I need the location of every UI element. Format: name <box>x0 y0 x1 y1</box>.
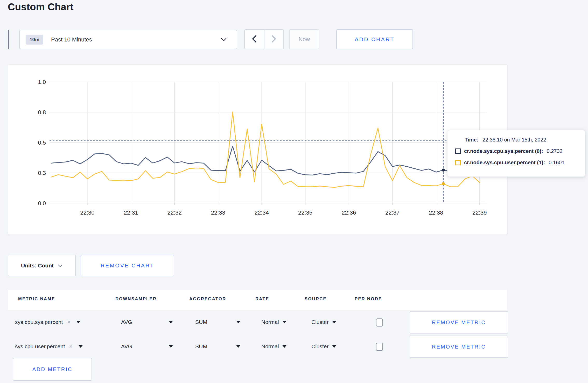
svg-text:0.3: 0.3 <box>38 170 46 176</box>
metrics-table-header: METRIC NAME DOWNSAMPLER AGGREGATOR RATE … <box>8 290 507 310</box>
series-user-swatch-icon <box>455 160 461 165</box>
timescale-dropdown[interactable]: 10m Past 10 Minutes <box>19 30 237 49</box>
svg-text:0.5: 0.5 <box>38 139 46 146</box>
chart-hover-tooltip: Time:22:38:10 on Mar 15th, 2022 cr.node.… <box>447 130 585 177</box>
chevron-left-icon <box>251 35 257 44</box>
tooltip-series-name: cr.node.sys.cpu.sys.percent (0): <box>464 148 543 154</box>
time-next-button[interactable] <box>264 30 284 49</box>
aggregator-dropdown[interactable]: SUM <box>187 334 240 359</box>
time-nav-group <box>244 29 284 49</box>
add-metric-button[interactable]: ADD METRIC <box>13 358 92 381</box>
col-header-rate: RATE <box>255 296 269 301</box>
svg-text:22:38: 22:38 <box>429 209 443 216</box>
remove-chart-button[interactable]: REMOVE CHART <box>81 255 174 276</box>
col-header-metric-name: METRIC NAME <box>18 296 55 301</box>
source-value: Cluster <box>311 319 329 325</box>
time-prev-button[interactable] <box>245 30 264 49</box>
caret-down-icon <box>332 321 336 323</box>
rate-value: Normal <box>261 343 279 350</box>
metric-name-value: sys.cpu.user.percent <box>15 343 65 350</box>
now-button[interactable]: Now <box>289 29 319 49</box>
metric-name-dropdown[interactable]: sys.cpu.user.percent × <box>15 334 83 359</box>
svg-text:22:37: 22:37 <box>385 209 400 216</box>
remove-metric-button[interactable]: REMOVE METRIC <box>410 311 508 334</box>
tooltip-series-row: cr.node.sys.cpu.user.percent (1): 0.1601 <box>455 160 577 166</box>
caret-down-icon <box>236 321 240 323</box>
rate-value: Normal <box>261 319 279 325</box>
caret-down-icon <box>236 345 240 348</box>
units-dropdown[interactable]: Units: Count <box>8 255 76 276</box>
svg-text:22:31: 22:31 <box>124 209 138 216</box>
svg-text:22:34: 22:34 <box>255 209 269 216</box>
aggregator-value: SUM <box>195 343 207 350</box>
svg-text:22:35: 22:35 <box>298 209 312 216</box>
tooltip-time-row: Time:22:38:10 on Mar 15th, 2022 <box>455 137 577 143</box>
caret-down-icon <box>76 321 80 323</box>
rate-dropdown[interactable]: Normal <box>261 310 286 334</box>
svg-text:22:33: 22:33 <box>211 209 225 216</box>
caret-down-icon <box>282 321 286 323</box>
clear-metric-icon[interactable]: × <box>67 318 71 326</box>
caret-down-icon <box>282 345 286 348</box>
source-dropdown[interactable]: Cluster <box>311 334 336 359</box>
add-chart-button[interactable]: ADD CHART <box>336 29 413 49</box>
metric-row: sys.cpu.user.percent × AVG SUM Normal Cl… <box>8 334 507 359</box>
tooltip-time-label: Time: <box>465 137 478 143</box>
chevron-right-icon <box>271 35 277 44</box>
page-title: Custom Chart <box>8 2 74 13</box>
tooltip-series-value: 0.2732 <box>547 148 563 154</box>
caret-down-icon <box>169 345 173 348</box>
svg-text:22:39: 22:39 <box>472 209 487 216</box>
per-node-checkbox[interactable] <box>376 343 383 351</box>
custom-chart-page: Custom Chart 10m Past 10 Minutes Now ADD… <box>0 0 588 383</box>
metric-name-value: sys.cpu.sys.percent <box>15 319 63 325</box>
svg-text:22:32: 22:32 <box>167 209 182 216</box>
caret-down-icon <box>79 345 83 348</box>
metric-row: sys.cpu.sys.percent × AVG SUM Normal Clu… <box>8 310 507 334</box>
rate-dropdown[interactable]: Normal <box>261 334 286 359</box>
downsampler-dropdown[interactable]: AVG <box>113 334 173 359</box>
svg-text:0.8: 0.8 <box>38 109 46 116</box>
caret-down-icon <box>169 321 173 323</box>
per-node-checkbox[interactable] <box>376 318 383 327</box>
tooltip-series-value: 0.1601 <box>549 160 564 166</box>
col-header-downsampler: DOWNSAMPLER <box>115 296 157 301</box>
col-header-source: SOURCE <box>305 296 327 301</box>
source-dropdown[interactable]: Cluster <box>311 310 336 334</box>
units-label: Units: Count <box>21 263 54 269</box>
line-chart[interactable]: 0.00.30.50.81.022:3022:3122:3222:3322:34… <box>8 65 507 235</box>
toolbar-accent-bar <box>8 30 9 49</box>
downsampler-dropdown[interactable]: AVG <box>113 310 173 334</box>
timescale-badge: 10m <box>26 35 43 45</box>
aggregator-dropdown[interactable]: SUM <box>187 310 240 334</box>
col-header-per-node: PER NODE <box>355 296 382 301</box>
chevron-down-icon <box>58 263 62 269</box>
tooltip-series-row: cr.node.sys.cpu.sys.percent (0): 0.2732 <box>455 148 577 154</box>
source-value: Cluster <box>311 343 329 350</box>
tooltip-time-value: 22:38:10 on Mar 15th, 2022 <box>482 137 546 143</box>
remove-metric-button[interactable]: REMOVE METRIC <box>410 336 508 358</box>
svg-text:0.0: 0.0 <box>38 200 46 207</box>
svg-text:1.0: 1.0 <box>38 79 46 85</box>
aggregator-value: SUM <box>195 319 207 325</box>
col-header-aggregator: AGGREGATOR <box>189 296 226 301</box>
timescale-label: Past 10 Minutes <box>51 36 92 43</box>
downsampler-value: AVG <box>121 319 132 325</box>
svg-text:22:30: 22:30 <box>80 209 94 216</box>
downsampler-value: AVG <box>121 343 132 350</box>
series-sys-swatch-icon <box>455 148 461 154</box>
tooltip-series-name: cr.node.sys.cpu.user.percent (1): <box>464 160 545 166</box>
svg-text:22:36: 22:36 <box>342 209 356 216</box>
caret-down-icon <box>332 345 336 348</box>
chart-card: 0.00.30.50.81.022:3022:3122:3222:3322:34… <box>8 65 508 235</box>
metric-name-dropdown[interactable]: sys.cpu.sys.percent × <box>15 310 80 334</box>
chevron-down-icon <box>221 38 227 43</box>
clear-metric-icon[interactable]: × <box>69 343 73 350</box>
